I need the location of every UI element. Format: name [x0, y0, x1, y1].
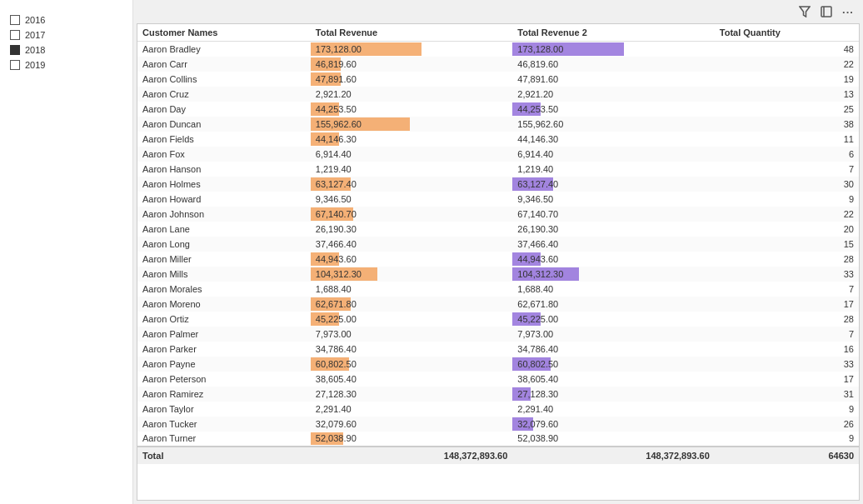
- table-row: Aaron Collins47,891.6047,891.6019: [137, 72, 859, 87]
- cell-qty: 38: [715, 117, 859, 132]
- cell-rev2: 46,819.60: [512, 57, 714, 72]
- cell-rev1: 6,914.40: [311, 147, 512, 162]
- footer-label: Total: [137, 447, 311, 464]
- cell-name: Aaron Duncan: [137, 117, 311, 132]
- cell-name: Aaron Mills: [137, 267, 311, 282]
- cell-rev1: 1,688.40: [311, 282, 512, 297]
- cell-rev2: 44,943.60: [512, 252, 714, 267]
- main-area: ··· Customer Names Total Revenue Total R…: [133, 0, 863, 504]
- cell-rev2: 34,786.40: [512, 342, 714, 357]
- cell-rev1: 67,140.70: [311, 207, 512, 222]
- cell-name: Aaron Hanson: [137, 162, 311, 177]
- cell-rev1: 45,225.00: [311, 312, 512, 327]
- table-row: Aaron Howard9,346.509,346.509: [137, 192, 859, 207]
- cell-rev2: 44,146.30: [512, 132, 714, 147]
- cell-name: Aaron Ramirez: [137, 387, 311, 402]
- cell-name: Aaron Payne: [137, 357, 311, 372]
- footer-qty: 64630: [715, 447, 859, 464]
- footer-rev2: 148,372,893.60: [512, 447, 714, 464]
- table-row: Aaron Mills104,312.30104,312.3033: [137, 267, 859, 282]
- checkbox-2017[interactable]: [10, 30, 20, 40]
- svg-rect-1: [821, 7, 831, 17]
- table-row: Aaron Johnson67,140.7067,140.7022: [137, 207, 859, 222]
- cell-name: Aaron Taylor: [137, 402, 311, 417]
- cell-rev1: 46,819.60: [311, 57, 512, 72]
- table-row: Aaron Turner52,038.9052,038.909: [137, 432, 859, 447]
- cell-rev1: 2,291.40: [311, 402, 512, 417]
- table-row: Aaron Lane26,190.3026,190.3020: [137, 222, 859, 237]
- cell-rev2: 155,962.60: [512, 117, 714, 132]
- cell-rev1: 1,219.40: [311, 162, 512, 177]
- toolbar: ···: [133, 0, 863, 23]
- cell-name: Aaron Lane: [137, 222, 311, 237]
- cell-rev2: 6,914.40: [512, 147, 714, 162]
- cell-qty: 20: [715, 222, 859, 237]
- table-row: Aaron Long37,466.4037,466.4015: [137, 237, 859, 252]
- table-row: Aaron Cruz2,921.202,921.2013: [137, 87, 859, 102]
- checkbox-2018[interactable]: [10, 45, 20, 55]
- table-footer-row: Total 148,372,893.60 148,372,893.60 6463…: [137, 447, 859, 464]
- cell-rev1: 104,312.30: [311, 267, 512, 282]
- cell-name: Aaron Palmer: [137, 327, 311, 342]
- cell-qty: 9: [715, 402, 859, 417]
- checkbox-2016[interactable]: [10, 15, 20, 25]
- col-header-rev2: Total Revenue 2: [512, 24, 714, 42]
- table-row: Aaron Duncan155,962.60155,962.6038: [137, 117, 859, 132]
- cell-rev2: 1,688.40: [512, 282, 714, 297]
- cell-rev1: 60,802.50: [311, 357, 512, 372]
- col-header-rev1: Total Revenue: [311, 24, 512, 42]
- svg-marker-0: [800, 7, 810, 17]
- cell-qty: 17: [715, 297, 859, 312]
- cell-qty: 6: [715, 147, 859, 162]
- cell-rev2: 26,190.30: [512, 222, 714, 237]
- cell-qty: 15: [715, 237, 859, 252]
- cell-rev1: 32,079.60: [311, 417, 512, 432]
- table-row: Aaron Taylor2,291.402,291.409: [137, 402, 859, 417]
- cell-name: Aaron Moreno: [137, 297, 311, 312]
- cell-qty: 11: [715, 132, 859, 147]
- cell-qty: 26: [715, 417, 859, 432]
- cell-qty: 28: [715, 312, 859, 327]
- cell-qty: 22: [715, 207, 859, 222]
- cell-name: Aaron Bradley: [137, 42, 311, 57]
- cell-rev1: 62,671.80: [311, 297, 512, 312]
- cell-rev1: 52,038.90: [311, 432, 512, 447]
- cell-qty: 48: [715, 42, 859, 57]
- cell-name: Aaron Fields: [137, 132, 311, 147]
- table-row: Aaron Ortiz45,225.0045,225.0028: [137, 312, 859, 327]
- focus-mode-icon[interactable]: [818, 3, 835, 20]
- cell-rev1: 38,605.40: [311, 372, 512, 387]
- year-filter-2019[interactable]: 2019: [10, 60, 122, 70]
- table-row: Aaron Fox6,914.406,914.406: [137, 147, 859, 162]
- cell-rev2: 38,605.40: [512, 372, 714, 387]
- cell-name: Aaron Morales: [137, 282, 311, 297]
- year-filter-2016[interactable]: 2016: [10, 15, 122, 25]
- cell-rev1: 44,943.60: [311, 252, 512, 267]
- cell-rev2: 27,128.30: [512, 387, 714, 402]
- cell-rev1: 27,128.30: [311, 387, 512, 402]
- cell-rev1: 7,973.00: [311, 327, 512, 342]
- table-row: Aaron Parker34,786.4034,786.4016: [137, 342, 859, 357]
- cell-qty: 7: [715, 282, 859, 297]
- year-filter-2018[interactable]: 2018: [10, 45, 122, 55]
- cell-rev1: 173,128.00: [311, 42, 512, 57]
- table-scroll-area[interactable]: Customer Names Total Revenue Total Reven…: [137, 24, 859, 500]
- table-row: Aaron Day44,253.5044,253.5025: [137, 102, 859, 117]
- cell-rev1: 26,190.30: [311, 222, 512, 237]
- more-options-icon[interactable]: ···: [840, 3, 856, 20]
- checkbox-2019[interactable]: [10, 60, 20, 70]
- cell-name: Aaron Ortiz: [137, 312, 311, 327]
- cell-rev1: 34,786.40: [311, 342, 512, 357]
- filter-icon[interactable]: [796, 3, 813, 20]
- year-label-2019: 2019: [25, 60, 45, 70]
- cell-name: Aaron Johnson: [137, 207, 311, 222]
- cell-qty: 17: [715, 372, 859, 387]
- cell-qty: 13: [715, 87, 859, 102]
- cell-name: Aaron Peterson: [137, 372, 311, 387]
- year-filter-2017[interactable]: 2017: [10, 30, 122, 40]
- cell-rev1: 47,891.60: [311, 72, 512, 87]
- cell-rev2: 9,346.50: [512, 192, 714, 207]
- year-label-2016: 2016: [25, 15, 45, 25]
- cell-qty: 22: [715, 57, 859, 72]
- cell-rev1: 44,146.30: [311, 132, 512, 147]
